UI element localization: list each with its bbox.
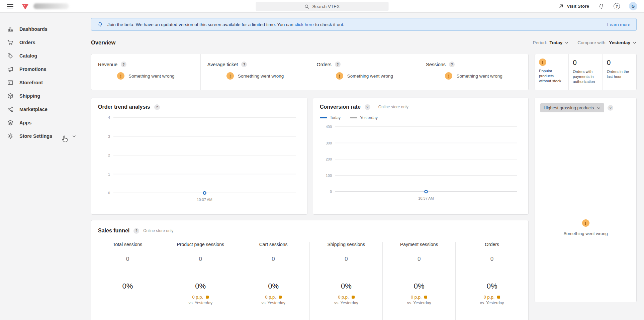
visit-store-button[interactable]: Visit Store [559, 4, 589, 9]
sidebar-item-label: Marketplace [19, 107, 48, 112]
svg-text:300: 300 [326, 141, 332, 145]
funnel-step-shipping-sessions: Shipping sessions 0 0% 0 p.p. vs. Yester… [309, 242, 382, 320]
page-title: Overview [91, 39, 115, 46]
sales-funnel-panel: Sales funnel ? Online store only Total s… [91, 220, 529, 320]
highest-grossing-dropdown[interactable]: Highest grossing products [540, 103, 604, 112]
help-badge-icon[interactable]: ? [241, 62, 247, 67]
chevron-down-icon [633, 41, 637, 45]
sidebar-item-apps[interactable]: Apps [0, 116, 85, 129]
chevron-down-icon[interactable] [72, 134, 76, 138]
kpi-card-title: Average ticket [207, 62, 238, 67]
svg-text:0: 0 [330, 190, 332, 194]
kpi-card-average-ticket: Average ticket ? ! Something went wrong [201, 54, 310, 90]
scope-label: Online store only [143, 228, 173, 233]
share-nodes-icon [7, 106, 14, 113]
svg-text:0: 0 [108, 191, 110, 195]
conversion-rate-panel: Conversion rate ? Online store only Toda… [313, 98, 529, 215]
topbar: Search VTEX Visit Store ? G [0, 0, 644, 13]
funnel-label: Total sessions [91, 242, 164, 247]
kpi-card-title: Sessions [426, 62, 446, 67]
funnel-step-product-page-sessions: Product page sessions 0 0% 0 p.p. vs. Ye… [164, 242, 237, 320]
learn-more-link[interactable]: Learn more [607, 22, 630, 27]
warning-icon: ! [539, 59, 546, 66]
banner-text-before: Join the beta: We have an updated versio… [107, 22, 293, 27]
warning-icon: ! [336, 72, 343, 80]
help-badge-icon[interactable]: ? [121, 62, 126, 67]
sidebar-item-label: Storefront [19, 80, 43, 85]
sidebar: Dashboards Orders Catalog Promotions Sto… [0, 13, 85, 320]
pp-marker-icon [497, 296, 500, 299]
kpi-card-title: Revenue [98, 62, 117, 67]
svg-text:3: 3 [108, 134, 110, 138]
funnel-rate: 0% [91, 282, 164, 291]
funnel-rate: 0% [383, 282, 455, 291]
error-text: Something went wrong [238, 74, 284, 79]
funnel-step-payment-sessions: Payment sessions 0 0% 0 p.p. vs. Yesterd… [382, 242, 455, 320]
scope-label: Online store only [378, 105, 408, 109]
funnel-rate: 0% [456, 282, 528, 291]
funnel-label: Shipping sessions [310, 242, 382, 247]
quick-stat-label: Popular products without stock [539, 69, 564, 84]
funnel-value: 0 [310, 256, 382, 262]
sidebar-item-orders[interactable]: Orders [0, 36, 85, 49]
order-trend-chart: 0123410:37 AM [98, 113, 300, 204]
funnel-label: Product page sessions [164, 242, 237, 247]
hamburger-menu-icon[interactable] [7, 4, 13, 8]
quick-stat-popular-products: ! Popular products without stock [535, 54, 569, 90]
sidebar-item-marketplace[interactable]: Marketplace [0, 103, 85, 116]
warning-icon: ! [445, 72, 452, 80]
notifications-bell-icon[interactable] [598, 3, 605, 10]
svg-text:2: 2 [108, 153, 110, 157]
quick-stat-label: Orders with payments in authorization [573, 69, 598, 84]
period-select[interactable]: Today [549, 40, 569, 45]
help-badge-icon[interactable]: ? [365, 104, 370, 110]
legend-swatch [320, 117, 327, 118]
help-icon[interactable]: ? [614, 3, 620, 9]
funnel-label: Cart sessions [237, 242, 310, 247]
funnel-pp-text: 0 p.p. [265, 295, 276, 300]
legend-item-yesterday: Yesterday [350, 115, 378, 120]
help-badge-icon[interactable]: ? [154, 104, 160, 110]
funnel-vs: vs. Yesterday [310, 301, 382, 305]
help-badge-icon[interactable]: ? [449, 62, 455, 67]
funnel-pp-line: 0 p.p. [164, 295, 237, 300]
avatar[interactable]: G [629, 2, 637, 10]
funnel-rate: 0% [164, 282, 237, 291]
sidebar-item-shipping[interactable]: Shipping [0, 89, 85, 103]
svg-text:10:37 AM: 10:37 AM [197, 198, 212, 202]
sidebar-item-promotions[interactable]: Promotions [0, 63, 85, 76]
sidebar-item-dashboards[interactable]: Dashboards [0, 22, 85, 36]
help-badge-icon[interactable]: ? [608, 105, 613, 111]
sidebar-item-store-settings[interactable]: Store Settings [0, 129, 85, 143]
gear-icon [7, 133, 14, 139]
sidebar-item-label: Dashboards [19, 26, 48, 32]
kpi-card-orders: Orders ? ! Something went wrong [310, 54, 420, 90]
search-input[interactable]: Search VTEX [256, 2, 388, 11]
quick-stat-value: 0 [573, 59, 598, 67]
sidebar-item-label: Store Settings [19, 133, 52, 139]
help-badge-icon[interactable]: ? [335, 62, 341, 67]
period-label: Period: [533, 40, 547, 45]
funnel-pp-line: 0 p.p. [310, 295, 382, 300]
help-badge-icon[interactable]: ? [133, 228, 139, 234]
highest-grossing-error: ! Something went wrong [540, 219, 631, 236]
search-icon [304, 4, 309, 9]
funnel-value: 0 [383, 256, 455, 262]
funnel-value: 0 [91, 256, 164, 262]
sidebar-item-storefront[interactable]: Storefront [0, 76, 85, 89]
megaphone-icon [7, 66, 14, 73]
funnel-value: 0 [164, 256, 237, 262]
funnel-pp-line: 0 p.p. [383, 295, 455, 300]
funnel-pp-line: 0 p.p. [237, 295, 310, 300]
vtex-logo-icon [21, 3, 29, 10]
banner-click-here-link[interactable]: click here [295, 22, 314, 27]
svg-text:10:37 AM: 10:37 AM [418, 196, 434, 200]
svg-text:1: 1 [108, 172, 110, 176]
funnel-value: 0 [456, 256, 528, 262]
period-controls: Period: Today Compare with: Yesterday [533, 40, 637, 45]
legend-item-today: Today [320, 115, 341, 120]
sidebar-item-label: Promotions [19, 67, 47, 72]
funnel-vs: vs. Yesterday [383, 301, 455, 305]
compare-select[interactable]: Yesterday [609, 40, 637, 45]
sidebar-item-catalog[interactable]: Catalog [0, 49, 85, 63]
